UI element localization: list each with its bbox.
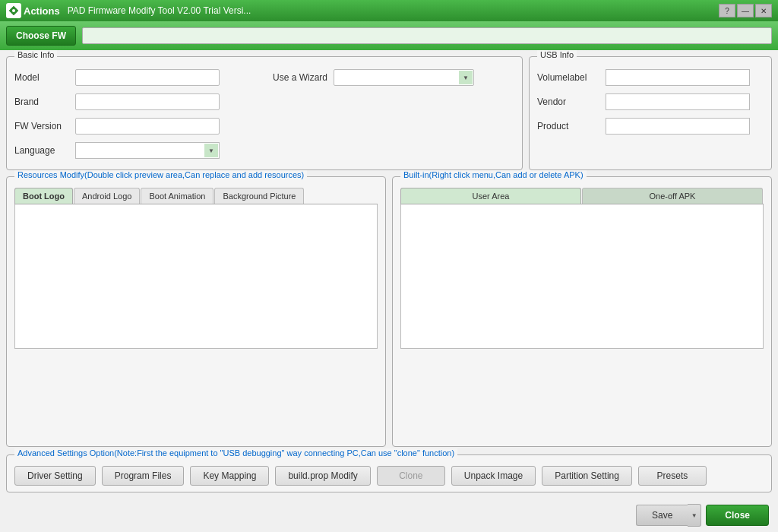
product-input[interactable] [606, 118, 750, 135]
title-controls: ? — ✕ [719, 4, 772, 17]
tab-user-area[interactable]: User Area [400, 188, 581, 204]
close-window-button[interactable]: ✕ [755, 4, 772, 17]
minimize-button[interactable]: — [737, 4, 754, 17]
language-label: Language [14, 145, 75, 156]
usb-info-title: USB Info [537, 50, 577, 59]
builtin-title: Built-in(Right click menu,Can add or del… [400, 170, 587, 179]
partition-setting-button[interactable]: Partition Setting [542, 466, 632, 486]
usb-info-group: USB Info Volumelabel Vendor Product [529, 56, 772, 170]
builtin-tabs-header: User Area One-off APK [400, 188, 764, 204]
tab-boot-animation[interactable]: Boot Animation [141, 188, 213, 204]
fw-version-label: FW Version [14, 121, 75, 131]
clone-button: Clone [377, 466, 445, 486]
program-files-button[interactable]: Program Files [102, 466, 185, 486]
volumelabel-row: Volumelabel [537, 69, 764, 86]
driver-setting-button[interactable]: Driver Setting [14, 466, 96, 486]
advanced-settings-group: Advanced Settings Option(Note:First the … [6, 454, 772, 492]
window-title: PAD Firmware Modify Tool V2.00 Trial Ver… [68, 5, 251, 16]
tab-android-logo[interactable]: Android Logo [74, 188, 140, 204]
volumelabel-label: Volumelabel [537, 72, 606, 83]
fw-version-row: FW Version [14, 118, 514, 135]
save-button-wrapper: Save ▼ [636, 504, 701, 527]
build-prop-button[interactable]: build.prop Modify [275, 466, 370, 486]
brand-input[interactable] [75, 93, 220, 110]
save-dropdown-arrow[interactable]: ▼ [688, 504, 701, 527]
wizard-label: Use a Wizard [273, 72, 327, 83]
info-row: Basic Info Model Use a Wizard ▼ [6, 56, 772, 170]
key-mapping-button[interactable]: Key Mapping [190, 466, 269, 486]
vendor-input[interactable] [606, 93, 750, 110]
resources-group: Resources Modify(Double click preview ar… [6, 176, 386, 447]
footer: Save ▼ Close [0, 499, 778, 532]
builtin-group: Built-in(Right click menu,Can add or del… [392, 176, 772, 447]
basic-info-title: Basic Info [14, 50, 57, 59]
language-select-wrapper: ▼ [75, 142, 220, 159]
logo-text: Actions [24, 5, 60, 17]
vendor-label: Vendor [537, 97, 606, 107]
main-window: Actions PAD Firmware Modify Tool V2.00 T… [0, 0, 778, 532]
basic-info-group: Basic Info Model Use a Wizard ▼ [6, 56, 523, 170]
close-button[interactable]: Close [706, 505, 769, 526]
fw-version-input[interactable] [75, 118, 220, 135]
tab-boot-logo[interactable]: Boot Logo [14, 188, 73, 204]
title-bar: Actions PAD Firmware Modify Tool V2.00 T… [0, 0, 778, 21]
title-bar-left: Actions PAD Firmware Modify Tool V2.00 T… [6, 3, 251, 18]
main-content: Basic Info Model Use a Wizard ▼ [0, 50, 778, 499]
wizard-select-wrapper: ▼ [334, 69, 474, 86]
product-label: Product [537, 121, 606, 131]
wizard-select[interactable] [334, 69, 474, 86]
app-logo: Actions [6, 3, 60, 18]
resources-title: Resources Modify(Double click preview ar… [14, 170, 307, 179]
model-input[interactable] [75, 69, 220, 86]
language-row: Language ▼ [14, 142, 514, 159]
choose-fw-button[interactable]: Choose FW [6, 26, 76, 46]
tab-oneoff-apk[interactable]: One-off APK [582, 188, 763, 204]
fw-path-display [82, 27, 772, 44]
brand-row: Brand [14, 93, 514, 110]
model-label: Model [14, 72, 75, 83]
save-button[interactable]: Save [636, 505, 688, 526]
product-row: Product [537, 118, 764, 135]
logo-icon [6, 3, 21, 18]
unpack-image-button[interactable]: Unpack Image [451, 466, 536, 486]
help-button[interactable]: ? [719, 4, 735, 17]
vendor-row: Vendor [537, 93, 764, 110]
resources-tab-content [14, 204, 378, 349]
volumelabel-input[interactable] [606, 69, 750, 86]
language-select[interactable] [75, 142, 220, 159]
advanced-buttons: Driver Setting Program Files Key Mapping… [14, 466, 764, 486]
brand-label: Brand [14, 97, 75, 107]
tab-background-picture[interactable]: Background Picture [214, 188, 304, 204]
middle-row: Resources Modify(Double click preview ar… [6, 176, 772, 447]
presets-button[interactable]: Presets [638, 466, 707, 486]
toolbar: Choose FW [0, 21, 778, 50]
advanced-title: Advanced Settings Option(Note:First the … [14, 448, 457, 458]
model-row: Model Use a Wizard ▼ [14, 69, 514, 86]
builtin-tab-content [400, 204, 764, 349]
resources-tabs-header: Boot Logo Android Logo Boot Animation Ba… [14, 188, 378, 204]
svg-point-0 [12, 9, 15, 12]
